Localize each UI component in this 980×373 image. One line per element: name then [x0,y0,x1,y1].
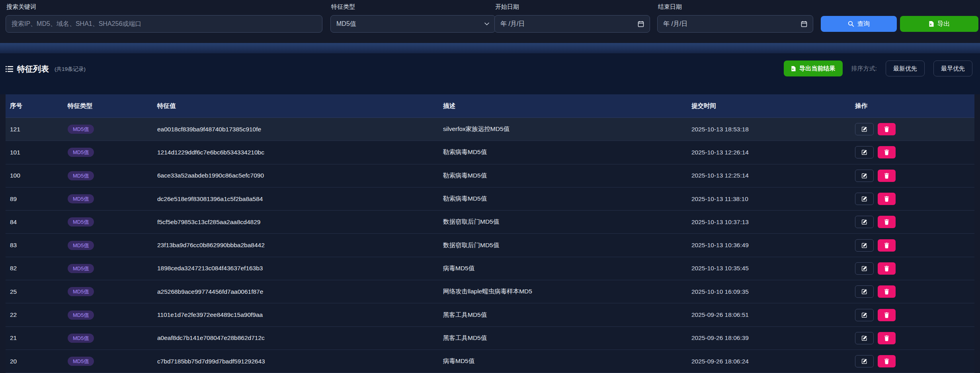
edit-button[interactable] [855,285,874,298]
edit-button[interactable] [855,309,874,321]
cell-id: 89 [6,195,63,203]
keyword-label: 搜索关键词 [6,3,36,11]
edit-button[interactable] [855,216,874,228]
edit-button[interactable] [855,193,874,205]
table-row: 82 MD5值 1898ceda3247213c084f43637ef163b3… [6,257,974,280]
type-badge: MD5值 [68,148,94,157]
table-row: 83 MD5值 23f13ba9d76cc0b862990bbba2ba8442… [6,234,974,257]
cell-actions [851,123,974,135]
edit-pencil-icon [861,219,867,225]
col-header-value: 特征值 [153,102,439,110]
cell-id: 22 [6,311,63,318]
cell-time: 2025-10-13 10:36:49 [687,242,851,249]
cell-time: 2025-10-13 10:37:13 [687,219,851,226]
edit-button[interactable] [855,262,874,275]
delete-button[interactable] [878,193,896,205]
delete-button[interactable] [878,123,896,135]
col-header-actions: 操作 [851,102,974,110]
delete-button[interactable] [878,355,896,367]
delete-button[interactable] [878,309,896,321]
calendar-icon[interactable] [638,21,644,27]
page-title: 特征列表 [17,64,49,74]
cell-type: MD5值 [63,287,153,296]
edit-button[interactable] [855,332,874,344]
table-row: 100 MD5值 6ace33a52aabdeb1990c86ac5efc709… [6,164,974,187]
cell-time: 2025-09-26 18:06:51 [687,311,851,318]
export-button-label: 导出 [937,20,950,28]
cell-actions [851,285,974,298]
search-icon [848,21,854,27]
table-row: 84 MD5值 f5cf5eb79853c13cf285aa2aa8cd4829… [6,211,974,234]
edit-pencil-icon [861,289,867,295]
type-badge: MD5值 [68,287,94,296]
col-header-id: 序号 [6,102,63,110]
cell-type: MD5值 [63,171,153,180]
cell-type: MD5值 [63,241,153,250]
end-date-field: 结束日期 年 /月/日 [657,0,813,43]
feature-type-select[interactable]: MD5值 [330,15,496,33]
end-date-value: 年 /月/日 [663,20,687,28]
edit-button[interactable] [855,355,874,367]
calendar-icon[interactable] [801,21,807,27]
delete-button[interactable] [878,216,896,228]
cell-value: ea0018cf839ba9f48740b17385c910fe [153,126,439,133]
cell-actions [851,262,974,275]
cell-time: 2025-10-13 18:53:18 [687,126,851,133]
delete-button[interactable] [878,239,896,252]
trash-icon [884,358,889,364]
start-date-field: 开始日期 年 /月/日 [494,0,650,43]
card-top-gradient [0,43,980,53]
cell-value: 1898ceda3247213c084f43637ef163b3 [153,265,439,272]
table-row: 25 MD5值 a25268b9ace99774456fd7aa0061f87e… [6,280,974,303]
table-body: 121 MD5值 ea0018cf839ba9f48740b17385c910f… [6,118,974,373]
cell-id: 83 [6,242,63,249]
edit-button[interactable] [855,146,874,158]
table-row: 22 MD5值 1101e1d7e2fe3972ee8489c15a90f9aa… [6,303,974,326]
trash-icon [884,242,889,248]
edit-button[interactable] [855,239,874,252]
sort-oldest-button[interactable]: 最早优先 [933,61,972,76]
cell-desc: 病毒MD5值 [439,357,687,365]
trash-icon [884,126,889,132]
delete-button[interactable] [878,146,896,158]
delete-button[interactable] [878,285,896,298]
list-header-actions: 导出当前结果 排序方式: 最新优先 最早优先 [784,61,972,76]
table-row: 89 MD5值 dc26e518e9f83081396a1c5f2ba8a584… [6,187,974,211]
search-input[interactable] [6,15,322,33]
sort-newest-button[interactable]: 最新优先 [886,61,925,76]
cell-type: MD5值 [63,125,153,134]
col-header-desc: 描述 [439,102,687,110]
cell-actions [851,309,974,321]
end-date-label: 结束日期 [658,3,682,11]
cell-value: 23f13ba9d76cc0b862990bbba2ba8442 [153,242,439,249]
cell-value: a0eaf8dc7b141e708047e28b862d712c [153,334,439,342]
cell-desc: 数据窃取后门MD5值 [439,218,687,226]
cell-value: c7bd7185bb75d7d99d7badf591292643 [153,358,439,365]
chevron-down-icon [484,21,490,27]
start-date-label: 开始日期 [495,3,519,11]
edit-button[interactable] [855,123,874,135]
feature-table: 序号 特征类型 特征值 描述 提交时间 操作 121 MD5值 ea0018cf… [6,94,974,373]
start-date-input[interactable]: 年 /月/日 [494,15,650,33]
edit-button[interactable] [855,170,874,182]
cell-id: 25 [6,288,63,295]
query-button[interactable]: 查询 [821,16,897,32]
list-title-group: 特征列表 (共19条记录) [6,64,86,74]
cell-desc: 黑客工具MD5值 [439,334,687,342]
cell-time: 2025-10-10 16:09:35 [687,288,851,295]
edit-pencil-icon [861,173,867,179]
export-current-button[interactable]: 导出当前结果 [784,61,843,76]
cell-value: 1101e1d7e2fe3972ee8489c15a90f9aa [153,311,439,318]
end-date-input[interactable]: 年 /月/日 [657,15,813,33]
delete-button[interactable] [878,262,896,275]
cell-desc: 勒索病毒MD5值 [439,172,687,180]
delete-button[interactable] [878,332,896,344]
col-header-type: 特征类型 [63,102,153,110]
cell-id: 121 [6,126,63,133]
type-badge: MD5值 [68,357,94,366]
col-header-time: 提交时间 [687,102,851,110]
cell-value: a25268b9ace99774456fd7aa0061f87e [153,288,439,295]
export-button[interactable]: 导出 [900,16,978,32]
delete-button[interactable] [878,170,896,182]
record-count: (共19条记录) [55,66,86,73]
